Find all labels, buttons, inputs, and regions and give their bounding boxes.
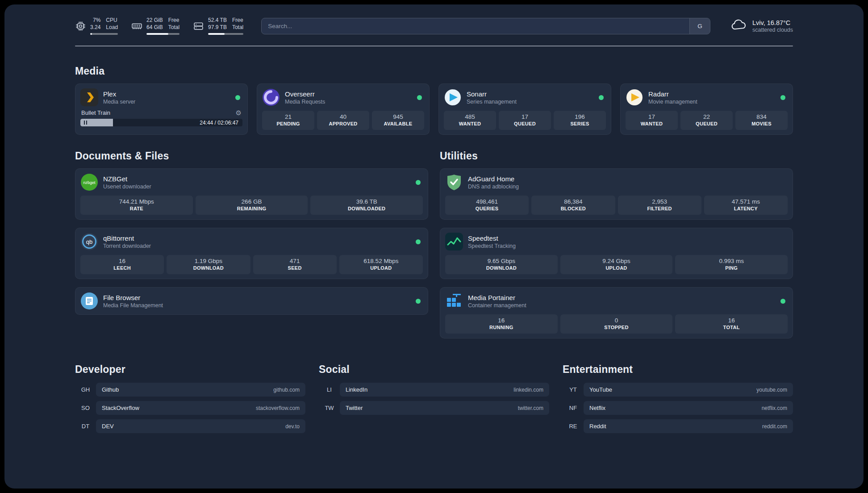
portainer-icon xyxy=(445,292,463,310)
bookmark-group-title: Developer xyxy=(75,363,305,376)
section-title-utilities: Utilities xyxy=(440,150,793,162)
speedtest-icon xyxy=(445,233,463,251)
service-stats: 16LEECH1.19 GbpsDOWNLOAD471SEED618.52 Mb… xyxy=(80,255,423,274)
dashboard-root: 7% CPU 3.24 Load 22 xyxy=(4,4,864,489)
plex-icon xyxy=(80,88,98,106)
stat-value: 9.65 Gbps xyxy=(447,258,556,264)
gear-icon[interactable]: ⚙ xyxy=(236,109,242,116)
status-dot xyxy=(780,95,785,100)
bookmark-youtube[interactable]: YTYouTubeyoutube.com xyxy=(563,383,793,397)
middle-columns: Documents & Files nzbgetNZBGetUsenet dow… xyxy=(75,150,793,338)
stat-filtered: 2,953FILTERED xyxy=(618,196,701,215)
service-header: SonarrSeries management xyxy=(444,88,606,106)
radarr-icon xyxy=(626,88,643,106)
stat-label: BLOCKED xyxy=(533,206,613,211)
bookmark-linkedin[interactable]: LILinkedInlinkedin.com xyxy=(319,383,549,397)
service-description: Movie management xyxy=(648,99,697,105)
service-header: nzbgetNZBGetUsenet downloader xyxy=(80,173,423,191)
cpu-usage-bar-fill xyxy=(90,33,92,35)
bookmark-name: Netflix xyxy=(589,405,605,411)
memory-free-label: Free xyxy=(168,17,179,24)
bookmark-abbr: SO xyxy=(75,405,96,411)
service-stats: 17WANTED22QUEUED834MOVIES xyxy=(626,111,788,130)
service-name: AdGuard Home xyxy=(468,175,519,183)
stat-label: AVAILABLE xyxy=(374,121,422,126)
bookmark-twitter[interactable]: TWTwittertwitter.com xyxy=(319,401,549,415)
memory-total-label: Total xyxy=(168,24,179,31)
stat-queued: 17QUEUED xyxy=(499,111,551,130)
qbittorrent-icon: qb xyxy=(80,233,98,251)
status-dot xyxy=(416,299,421,304)
stat-value: 17 xyxy=(627,113,676,120)
stat-label: LATENCY xyxy=(706,206,786,211)
utilities-cards: AdGuard HomeDNS and adblocking498,461QUE… xyxy=(440,168,793,338)
cloud-icon xyxy=(730,19,748,33)
section-media: Media PlexMedia serverBullet Train⚙24:44… xyxy=(75,65,793,135)
stat-value: 945 xyxy=(374,113,422,120)
cpu-usage-bar xyxy=(90,33,118,35)
stat-label: MOVIES xyxy=(737,121,786,126)
service-card-radarr[interactable]: RadarrMovie management17WANTED22QUEUED83… xyxy=(620,84,793,135)
service-header: File BrowserMedia File Management xyxy=(80,292,423,310)
service-stats: 16RUNNING0STOPPED16TOTAL xyxy=(445,314,788,334)
bookmark-stackoverflow[interactable]: SOStackOverflowstackoverflow.com xyxy=(75,401,305,415)
service-card-speedtest[interactable]: SpeedtestSpeedtest Tracking9.65 GbpsDOWN… xyxy=(440,228,793,279)
service-card-media-portainer[interactable]: Media PortainerContainer management16RUN… xyxy=(440,287,793,338)
service-card-adguard-home[interactable]: AdGuard HomeDNS and adblocking498,461QUE… xyxy=(440,168,793,220)
pause-icon xyxy=(84,121,87,125)
stat-label: RUNNING xyxy=(447,325,556,330)
adguard-icon xyxy=(445,173,463,191)
bookmark-name: Reddit xyxy=(589,423,606,430)
cpu-load-value: 3.24 xyxy=(90,24,100,31)
stat-value: 196 xyxy=(555,113,604,120)
bookmark-domain: youtube.com xyxy=(756,387,787,393)
stat-value: 266 GB xyxy=(197,198,306,205)
stat-value: 86,384 xyxy=(533,198,613,205)
stat-label: QUEUED xyxy=(501,121,549,126)
status-dot xyxy=(416,239,421,244)
stat-download: 1.19 GbpsDOWNLOAD xyxy=(167,255,250,274)
service-name: Overseerr xyxy=(285,90,325,98)
bookmark-github[interactable]: GHGithubgithub.com xyxy=(75,383,305,397)
service-card-file-browser[interactable]: File BrowserMedia File Management xyxy=(75,287,428,315)
stat-label: LEECH xyxy=(82,265,162,271)
service-stats: 9.65 GbpsDOWNLOAD9.24 GbpsUPLOAD0.993 ms… xyxy=(445,255,788,274)
stat-approved: 40APPROVED xyxy=(317,111,369,130)
stat-series: 196SERIES xyxy=(554,111,606,130)
service-description: Usenet downloader xyxy=(103,184,151,190)
search-input[interactable] xyxy=(262,18,689,34)
bookmark-domain: netflix.com xyxy=(762,405,787,411)
bookmark-dev[interactable]: DTDEVdev.to xyxy=(75,419,305,433)
stat-value: 9.24 Gbps xyxy=(562,258,671,264)
media-cards-row: PlexMedia serverBullet Train⚙24:44 / 02:… xyxy=(75,84,793,135)
bookmark-group-title: Entertainment xyxy=(563,363,793,376)
bookmark-abbr: LI xyxy=(319,386,340,393)
service-card-plex[interactable]: PlexMedia serverBullet Train⚙24:44 / 02:… xyxy=(75,84,248,135)
stat-value: 16 xyxy=(677,317,786,324)
nzbget-icon: nzbget xyxy=(80,173,98,191)
service-card-sonarr[interactable]: SonarrSeries management485WANTED17QUEUED… xyxy=(438,84,611,135)
stat-value: 39.6 TB xyxy=(312,198,421,205)
search-provider-button[interactable]: G xyxy=(689,18,710,34)
service-card-qbittorrent[interactable]: qbqBittorrentTorrent downloader16LEECH1.… xyxy=(75,228,428,279)
stat-queries: 498,461QUERIES xyxy=(445,196,529,215)
service-card-nzbget[interactable]: nzbgetNZBGetUsenet downloader744.21 Mbps… xyxy=(75,168,428,220)
resource-widgets: 7% CPU 3.24 Load 22 xyxy=(75,17,243,35)
bookmark-netflix[interactable]: NFNetflixnetflix.com xyxy=(563,401,793,415)
service-description: Series management xyxy=(467,99,517,105)
stat-label: QUERIES xyxy=(447,206,527,211)
service-description: DNS and adblocking xyxy=(468,184,519,190)
memory-widget: 22 GiB Free 64 GiB Total xyxy=(131,17,179,35)
bookmark-abbr: YT xyxy=(563,386,584,393)
stat-label: APPROVED xyxy=(319,121,367,126)
stat-label: PING xyxy=(677,265,786,271)
bookmark-abbr: DT xyxy=(75,423,96,430)
service-card-overseerr[interactable]: OverseerrMedia Requests21PENDING40APPROV… xyxy=(257,84,430,135)
bookmark-reddit[interactable]: RERedditreddit.com xyxy=(563,419,793,433)
bookmark-name: Github xyxy=(102,386,119,393)
service-description: Media Requests xyxy=(285,99,325,105)
bookmark-abbr: NF xyxy=(563,405,584,411)
stat-leech: 16LEECH xyxy=(80,255,164,274)
stat-value: 485 xyxy=(446,113,494,120)
stat-seed: 471SEED xyxy=(253,255,337,274)
